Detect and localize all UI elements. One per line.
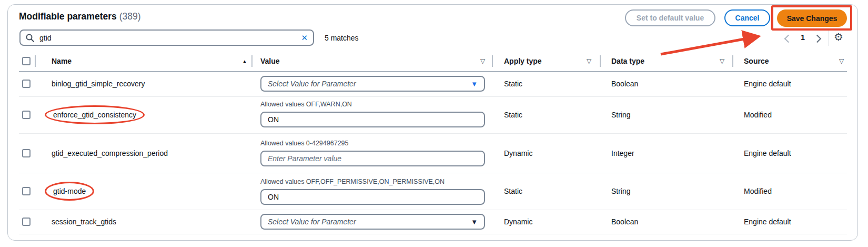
parameter-name: gtid_executed_compression_period xyxy=(52,149,168,157)
table-row: binlog_gtid_simple_recovery Select Value… xyxy=(19,71,847,97)
data-type-value: Boolean xyxy=(611,80,638,88)
parameter-name: enforce_gtid_consistency xyxy=(52,109,138,121)
source-value: Engine default xyxy=(744,80,791,88)
search-input[interactable] xyxy=(38,33,301,43)
column-header-data-type[interactable]: Data type xyxy=(611,57,644,65)
value-input[interactable] xyxy=(260,112,485,127)
current-page-number[interactable]: 1 xyxy=(799,33,807,42)
save-changes-button[interactable]: Save Changes xyxy=(777,9,847,27)
page-title-text: Modifiable parameters xyxy=(19,11,117,22)
apply-type-value: Static xyxy=(504,111,522,119)
column-header-apply-type[interactable]: Apply type xyxy=(504,57,542,65)
column-divider xyxy=(732,55,733,67)
parameters-panel: Modifiable parameters (389) ✕ 5 matches … xyxy=(0,0,868,247)
column-divider xyxy=(492,55,493,67)
match-count-label: 5 matches xyxy=(325,34,359,42)
data-type-value: String xyxy=(611,111,631,119)
table-row: session_track_gtids Select Value for Par… xyxy=(19,210,847,234)
cancel-button[interactable]: Cancel xyxy=(724,9,770,26)
table-row: gtid-mode Allowed values OFF,OFF_PERMISS… xyxy=(19,173,847,210)
sort-ascending-icon[interactable]: ▲ xyxy=(242,58,247,64)
table-header-row: Name ▲ Value ▽ Apply type ▽ Data type ▽ … xyxy=(19,51,847,72)
source-value: Engine default xyxy=(744,218,791,226)
data-type-value: Integer xyxy=(611,149,634,157)
filter-icon-apply-type[interactable]: ▽ xyxy=(587,57,591,65)
page-title: Modifiable parameters (389) xyxy=(19,11,140,22)
column-header-value[interactable]: Value xyxy=(260,57,280,65)
select-placeholder: Select Value for Parameter xyxy=(268,218,356,226)
annotation-circle: enforce_gtid_consistency xyxy=(45,105,145,124)
source-value: Modified xyxy=(744,187,772,195)
row-checkbox[interactable] xyxy=(22,149,31,157)
table-row: gtid_executed_compression_period Allowed… xyxy=(19,133,847,173)
filter-icon-source[interactable]: ▽ xyxy=(839,57,844,65)
column-divider xyxy=(35,55,36,67)
apply-type-value: Static xyxy=(504,80,522,88)
value-input[interactable] xyxy=(260,189,485,205)
page-title-count: (389) xyxy=(119,11,141,22)
chevron-down-icon: ▼ xyxy=(471,219,478,225)
source-value: Engine default xyxy=(744,149,791,157)
annotation-circle: gtid-mode xyxy=(45,182,94,201)
parameter-name: gtid-mode xyxy=(52,185,87,197)
value-select[interactable]: Select Value for Parameter ▼ xyxy=(260,76,485,92)
column-header-source[interactable]: Source xyxy=(744,57,769,65)
toolbar-divider xyxy=(829,30,829,46)
filter-icon-data-type[interactable]: ▽ xyxy=(720,57,724,65)
chevron-down-icon: ▼ xyxy=(471,81,478,87)
data-type-value: String xyxy=(611,187,631,195)
row-checkbox[interactable] xyxy=(22,80,31,88)
gear-icon[interactable]: ⚙ xyxy=(834,31,843,43)
column-divider xyxy=(251,55,253,67)
apply-type-value: Dynamic xyxy=(504,149,532,157)
parameter-name: session_track_gtids xyxy=(52,218,116,226)
filter-icon-value[interactable]: ▽ xyxy=(480,57,485,65)
search-icon xyxy=(26,34,34,42)
allowed-values-label: Allowed values 0-4294967295 xyxy=(260,140,485,147)
apply-type-value: Dynamic xyxy=(504,218,532,226)
select-all-checkbox[interactable] xyxy=(22,57,31,65)
parameter-name: binlog_gtid_simple_recovery xyxy=(52,80,145,88)
set-to-default-button[interactable]: Set to default value xyxy=(625,9,715,26)
column-header-name[interactable]: Name xyxy=(52,57,72,65)
row-checkbox[interactable] xyxy=(22,111,31,119)
search-box[interactable]: ✕ xyxy=(19,29,314,46)
value-select[interactable]: Select Value for Parameter ▼ xyxy=(260,214,485,230)
row-checkbox[interactable] xyxy=(22,218,31,226)
allowed-values-label: Allowed values OFF,OFF_PERMISSIVE,ON_PER… xyxy=(260,178,485,185)
table-row: enforce_gtid_consistency Allowed values … xyxy=(19,96,847,134)
value-input[interactable] xyxy=(260,151,485,166)
clear-search-icon[interactable]: ✕ xyxy=(301,34,308,42)
apply-type-value: Static xyxy=(504,187,522,195)
data-type-value: Boolean xyxy=(611,218,638,226)
column-divider xyxy=(600,55,601,67)
select-placeholder: Select Value for Parameter xyxy=(268,80,356,88)
allowed-values-label: Allowed values OFF,WARN,ON xyxy=(260,101,485,108)
row-checkbox[interactable] xyxy=(22,187,31,195)
source-value: Modified xyxy=(744,111,772,119)
